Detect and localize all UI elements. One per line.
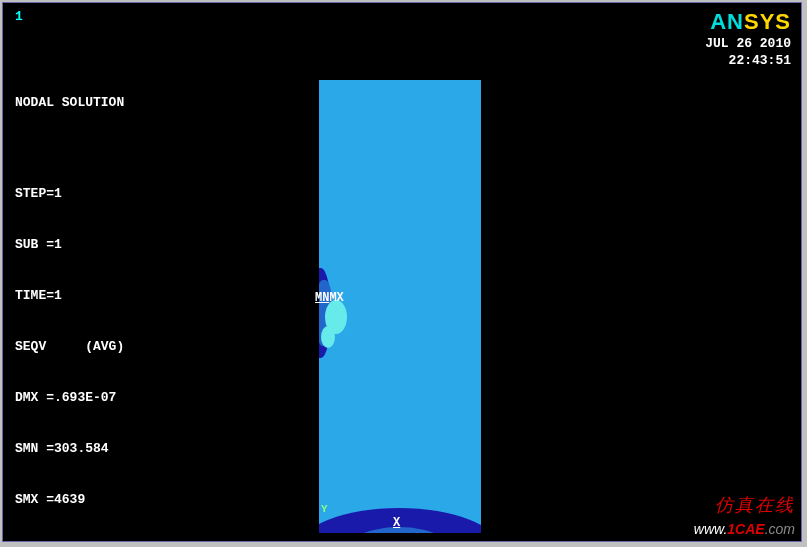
date-text: JUL 26 2010: [705, 35, 791, 52]
min-max-markers: MNMX: [315, 291, 344, 305]
smx-line: SMX =4639: [15, 491, 124, 508]
datetime-block: JUL 26 2010 22:43:51: [705, 35, 791, 69]
seqv-line: SEQV (AVG): [15, 338, 124, 355]
watermark-cn: 仿真在线: [715, 493, 795, 517]
logo-sys: SYS: [744, 9, 791, 34]
contour-plot[interactable]: [319, 80, 481, 533]
ansys-logo: ANSYS: [710, 9, 791, 35]
url-com: .com: [765, 521, 795, 537]
sub-line: SUB =1: [15, 236, 124, 253]
smn-line: SMN =303.584: [15, 440, 124, 457]
url-www: www.: [694, 521, 727, 537]
dmx-line: DMX =.693E-07: [15, 389, 124, 406]
solution-title: NODAL SOLUTION: [15, 94, 124, 111]
axis-x-label: X: [393, 516, 400, 530]
time-line: TIME=1: [15, 287, 124, 304]
logo-an: AN: [710, 9, 744, 34]
solution-info-block: . NODAL SOLUTION STEP=1 SUB =1 TIME=1 SE…: [15, 9, 124, 542]
watermark-url: www.1CAE.com: [694, 521, 795, 537]
graphics-viewport[interactable]: 1 . NODAL SOLUTION STEP=1 SUB =1 TIME=1 …: [2, 2, 802, 542]
url-main: 1CAE: [727, 521, 764, 537]
axis-y-label: Y: [321, 503, 328, 515]
step-line: STEP=1: [15, 185, 124, 202]
mx-marker: MX: [329, 291, 343, 305]
time-text: 22:43:51: [705, 52, 791, 69]
spacer: [15, 145, 124, 151]
mn-marker: MN: [315, 291, 329, 305]
stress-region-light-2: [321, 326, 335, 348]
